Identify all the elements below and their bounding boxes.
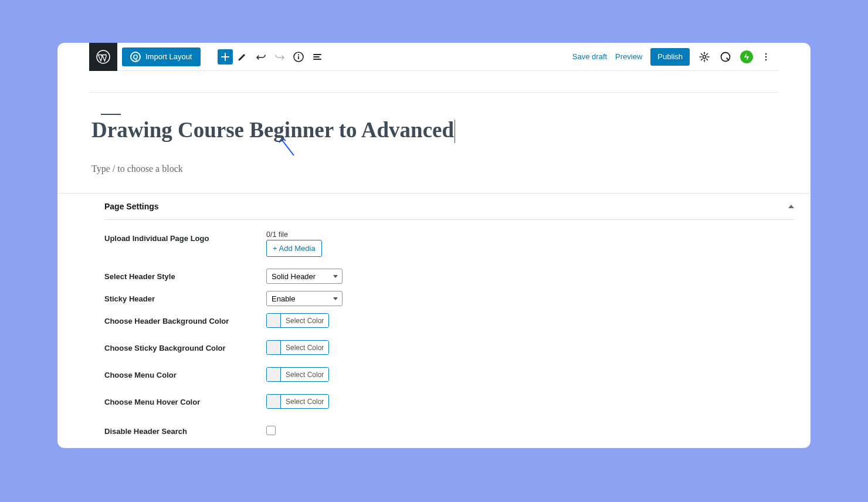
svg-point-2: [297, 54, 299, 55]
wordpress-logo[interactable]: [89, 43, 117, 71]
add-block-button[interactable]: [218, 49, 233, 65]
q-circle-icon: [720, 51, 731, 63]
label-header-style: Select Header Style: [104, 269, 266, 281]
settings-grid: Upload Individual Page Logo 0/1 file + A…: [104, 220, 794, 439]
q-settings-button[interactable]: [719, 48, 732, 66]
row-sticky-bg: Choose Sticky Background Color Select Co…: [104, 333, 794, 360]
color-swatch: [267, 395, 281, 408]
page-settings-title: Page Settings: [104, 202, 159, 211]
page-settings-header[interactable]: Page Settings: [104, 194, 794, 220]
outline-button[interactable]: [308, 48, 327, 66]
pencil-icon: [236, 51, 248, 63]
editor-window: Q Import Layout Save draft: [57, 43, 811, 448]
label-upload-logo: Upload Individual Page Logo: [104, 230, 266, 243]
color-picker-menu-color[interactable]: Select Color: [266, 367, 329, 382]
more-menu-button[interactable]: [761, 48, 771, 66]
save-draft-button[interactable]: Save draft: [572, 52, 607, 61]
row-sticky-header: Sticky Header Enable: [104, 287, 794, 310]
title-overline: [101, 114, 121, 115]
publish-button[interactable]: Publish: [650, 48, 690, 66]
edit-mode-button[interactable]: [233, 48, 252, 66]
color-swatch: [267, 368, 281, 381]
text-cursor: [455, 120, 455, 143]
row-header-style: Select Header Style Solid Header: [104, 260, 794, 287]
details-button[interactable]: [289, 48, 308, 66]
color-swatch: [267, 314, 281, 327]
svg-point-8: [765, 59, 767, 60]
label-menu-color: Choose Menu Color: [104, 367, 266, 379]
color-label: Select Color: [281, 395, 328, 408]
color-picker-menu-hover[interactable]: Select Color: [266, 394, 329, 409]
select-header-style[interactable]: Solid Header: [266, 269, 343, 284]
row-menu-color: Choose Menu Color Select Color: [104, 360, 794, 387]
undo-button[interactable]: [252, 48, 270, 66]
select-sticky-header[interactable]: Enable: [266, 291, 343, 306]
label-sticky-bg: Choose Sticky Background Color: [104, 340, 266, 352]
row-menu-hover: Choose Menu Hover Color Select Color: [104, 387, 794, 414]
label-menu-hover: Choose Menu Hover Color: [104, 394, 266, 406]
preview-button[interactable]: Preview: [615, 52, 642, 61]
toolbar-left: [216, 48, 327, 66]
color-label: Select Color: [281, 368, 328, 381]
import-layout-button[interactable]: Q Import Layout: [122, 48, 201, 66]
info-icon: [293, 51, 304, 63]
color-picker-header-bg[interactable]: Select Color: [266, 313, 329, 328]
row-header-bg: Choose Header Background Color Select Co…: [104, 310, 794, 333]
svg-point-7: [765, 56, 767, 57]
redo-icon: [274, 51, 286, 63]
wordpress-icon: [96, 50, 110, 64]
page-title-text: Drawing Course Beginner to Advanced: [91, 118, 454, 142]
row-upload-logo: Upload Individual Page Logo 0/1 file + A…: [104, 227, 794, 260]
more-icon: [761, 51, 771, 63]
row-disable-search: Disable Header Search: [104, 414, 794, 439]
toolbar-right: Save draft Preview Publish: [572, 48, 771, 66]
label-header-bg: Choose Header Background Color: [104, 313, 266, 325]
editor-toolbar: Q Import Layout Save draft: [89, 43, 779, 71]
checkbox-disable-search[interactable]: [266, 426, 276, 435]
color-swatch: [267, 341, 281, 354]
svg-point-4: [703, 55, 706, 58]
block-placeholder[interactable]: Type / to choose a block: [91, 148, 777, 193]
import-layout-label: Import Layout: [145, 52, 192, 61]
list-icon: [311, 51, 323, 63]
color-picker-sticky-bg[interactable]: Select Color: [266, 340, 329, 355]
color-label: Select Color: [281, 314, 328, 327]
svg-rect-3: [298, 56, 299, 59]
redo-button[interactable]: [270, 48, 289, 66]
settings-button[interactable]: [698, 48, 711, 66]
q-icon: Q: [130, 52, 141, 62]
label-disable-search: Disable Header Search: [104, 423, 266, 436]
jetpack-icon: [742, 53, 751, 61]
page-settings-section: Page Settings Upload Individual Page Log…: [57, 194, 811, 439]
add-media-button[interactable]: + Add Media: [266, 240, 322, 257]
file-hint: 0/1 file: [266, 230, 322, 239]
page-title[interactable]: Drawing Course Beginner to Advanced: [91, 117, 454, 148]
gear-icon: [699, 51, 710, 63]
content-area: Drawing Course Beginner to Advanced Type…: [57, 93, 811, 194]
label-sticky-header: Sticky Header: [104, 291, 266, 303]
jetpack-button[interactable]: [740, 50, 753, 63]
collapse-caret-icon: [788, 205, 794, 208]
undo-icon: [255, 51, 267, 63]
color-label: Select Color: [281, 341, 328, 354]
plus-icon: [220, 52, 230, 62]
svg-point-6: [765, 53, 767, 55]
